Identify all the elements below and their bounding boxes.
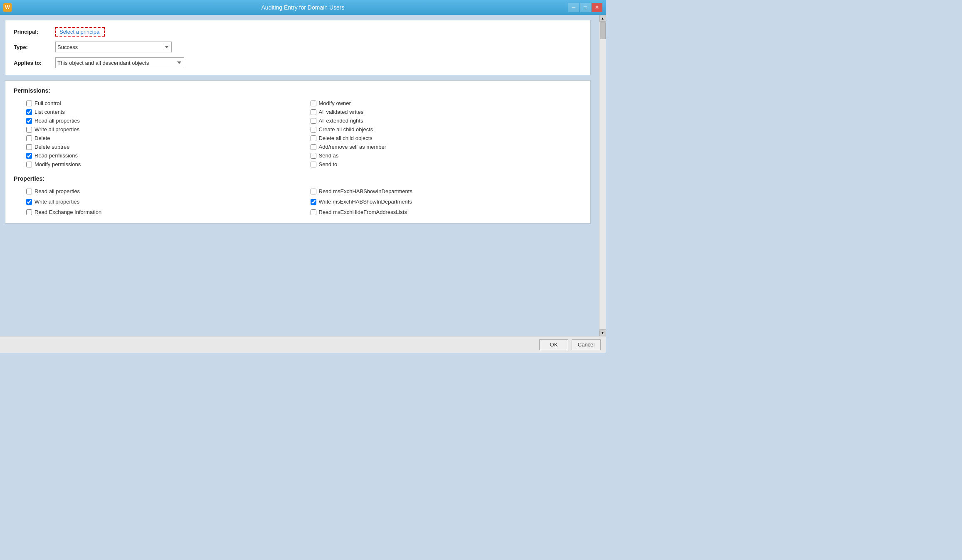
list-item: Write all properties — [14, 125, 298, 134]
delete-label: Delete — [35, 135, 50, 141]
window-controls: ─ □ ✕ — [568, 3, 602, 12]
permissions-panel: Permissions: Full control List contents … — [5, 80, 591, 224]
list-item: Delete — [14, 134, 298, 142]
scrollbar: ▲ ▼ — [599, 15, 606, 336]
full-control-label: Full control — [35, 100, 61, 106]
cancel-button[interactable]: Cancel — [572, 339, 601, 350]
prop-read-all-properties-label: Read all properties — [35, 188, 80, 194]
modify-permissions-label: Modify permissions — [35, 161, 81, 167]
ok-button[interactable]: OK — [539, 339, 568, 350]
write-all-properties-checkbox[interactable] — [26, 127, 32, 133]
properties-right-col: Read msExchHABShowInDepartments Write ms… — [298, 187, 582, 216]
write-msexch-hab-show-label: Write msExchHABShowInDepartments — [319, 199, 412, 205]
list-item: Delete all child objects — [298, 134, 582, 142]
all-validated-writes-label: All validated writes — [319, 109, 364, 115]
create-all-child-objects-label: Create all child objects — [319, 126, 373, 133]
header-panel: Principal: Select a principal Type: Succ… — [5, 20, 591, 75]
delete-subtree-label: Delete subtree — [35, 144, 70, 150]
minimize-button[interactable]: ─ — [568, 3, 579, 12]
prop-write-all-properties-checkbox[interactable] — [26, 199, 32, 205]
read-permissions-label: Read permissions — [35, 152, 78, 159]
titlebar: W Auditing Entry for Domain Users ─ □ ✕ — [0, 0, 606, 15]
write-all-properties-label: Write all properties — [35, 126, 79, 133]
permissions-grid: Full control List contents Read all prop… — [14, 99, 582, 169]
send-to-label: Send to — [319, 161, 338, 167]
permissions-right-col: Modify owner All validated writes All ex… — [298, 99, 582, 169]
read-all-properties-checkbox[interactable] — [26, 118, 32, 124]
scroll-up-arrow[interactable]: ▲ — [599, 15, 606, 22]
add-remove-self-label: Add/remove self as member — [319, 144, 387, 150]
list-item: Read all properties — [14, 187, 298, 196]
principal-link[interactable]: Select a principal — [55, 27, 105, 37]
scroll-thumb[interactable] — [600, 22, 606, 39]
permissions-left-col: Full control List contents Read all prop… — [14, 99, 298, 169]
list-contents-checkbox[interactable] — [26, 109, 32, 115]
permissions-title: Permissions: — [14, 87, 582, 94]
send-as-label: Send as — [319, 152, 339, 159]
window-title: Auditing Entry for Domain Users — [261, 4, 345, 11]
list-item: All extended rights — [298, 116, 582, 125]
create-all-child-objects-checkbox[interactable] — [311, 127, 316, 133]
read-all-properties-label: Read all properties — [35, 118, 80, 124]
main-content: Principal: Select a principal Type: Succ… — [0, 15, 599, 336]
send-to-checkbox[interactable] — [311, 162, 316, 167]
add-remove-self-checkbox[interactable] — [311, 144, 316, 150]
modify-owner-label: Modify owner — [319, 100, 351, 106]
type-select[interactable]: Success — [55, 42, 172, 52]
list-item: Modify permissions — [14, 160, 298, 169]
list-item: Read all properties — [14, 116, 298, 125]
close-button[interactable]: ✕ — [592, 3, 602, 12]
properties-grid: Read all properties Write all properties… — [14, 187, 582, 216]
modify-owner-checkbox[interactable] — [311, 101, 316, 106]
list-item: Create all child objects — [298, 125, 582, 134]
bottom-bar: OK Cancel — [0, 336, 606, 353]
scroll-down-arrow[interactable]: ▼ — [599, 329, 606, 336]
full-control-checkbox[interactable] — [26, 101, 32, 106]
all-extended-rights-checkbox[interactable] — [311, 118, 316, 124]
properties-left-col: Read all properties Write all properties… — [14, 187, 298, 216]
read-msexch-hab-show-label: Read msExchHABShowInDepartments — [319, 188, 412, 194]
write-msexch-hab-show-checkbox[interactable] — [311, 199, 316, 205]
all-extended-rights-label: All extended rights — [319, 118, 363, 124]
list-item: Read Exchange Information — [14, 208, 298, 216]
list-item: Send as — [298, 151, 582, 160]
read-msexch-hab-show-checkbox[interactable] — [311, 189, 316, 194]
type-label: Type: — [14, 44, 55, 50]
principal-row: Principal: Select a principal — [14, 27, 582, 37]
list-item: Read permissions — [14, 151, 298, 160]
list-item: Delete subtree — [14, 142, 298, 151]
list-item: Read msExchHideFromAddressLists — [298, 208, 582, 216]
list-item: Add/remove self as member — [298, 142, 582, 151]
list-item: Read msExchHABShowInDepartments — [298, 187, 582, 196]
list-item: List contents — [14, 108, 298, 116]
delete-all-child-objects-checkbox[interactable] — [311, 135, 316, 141]
list-item: Full control — [14, 99, 298, 108]
type-row: Type: Success — [14, 42, 582, 52]
read-exchange-info-checkbox[interactable] — [26, 209, 32, 215]
delete-checkbox[interactable] — [26, 135, 32, 141]
list-item: All validated writes — [298, 108, 582, 116]
prop-read-all-properties-checkbox[interactable] — [26, 189, 32, 194]
delete-subtree-checkbox[interactable] — [26, 144, 32, 150]
list-item: Send to — [298, 160, 582, 169]
modify-permissions-checkbox[interactable] — [26, 162, 32, 167]
applies-label: Applies to: — [14, 60, 55, 66]
delete-all-child-objects-label: Delete all child objects — [319, 135, 372, 141]
principal-label: Principal: — [14, 29, 55, 35]
maximize-button[interactable]: □ — [580, 3, 591, 12]
applies-select[interactable]: This object and all descendant objects — [55, 57, 184, 68]
list-item: Modify owner — [298, 99, 582, 108]
app-icon: W — [3, 3, 12, 12]
prop-write-all-properties-label: Write all properties — [35, 199, 79, 205]
list-contents-label: List contents — [35, 109, 65, 115]
read-exchange-info-label: Read Exchange Information — [35, 209, 101, 215]
list-item: Write msExchHABShowInDepartments — [298, 197, 582, 206]
send-as-checkbox[interactable] — [311, 153, 316, 159]
all-validated-writes-checkbox[interactable] — [311, 109, 316, 115]
properties-title: Properties: — [14, 175, 582, 182]
read-msexch-hide-label: Read msExchHideFromAddressLists — [319, 209, 407, 215]
applies-row: Applies to: This object and all descenda… — [14, 57, 582, 68]
list-item: Write all properties — [14, 197, 298, 206]
read-msexch-hide-checkbox[interactable] — [311, 209, 316, 215]
read-permissions-checkbox[interactable] — [26, 153, 32, 159]
